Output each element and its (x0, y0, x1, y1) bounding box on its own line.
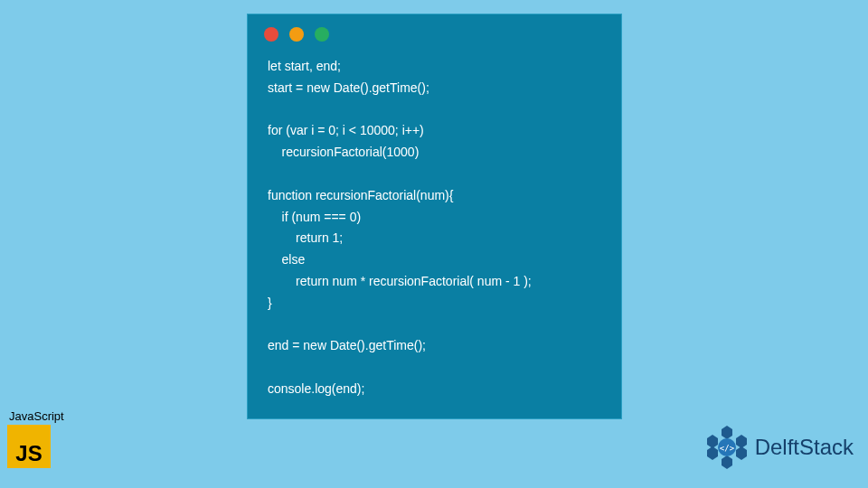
svg-marker-5 (707, 435, 718, 448)
code-window: let start, end; start = new Date().getTi… (247, 14, 622, 419)
traffic-lights (248, 14, 621, 49)
javascript-badge: JavaScript JS (7, 409, 64, 468)
svg-marker-1 (736, 435, 747, 448)
delftstack-icon: </> (704, 425, 750, 470)
close-icon (264, 27, 278, 42)
javascript-label: JavaScript (9, 409, 64, 423)
brand-name: DelftStack (755, 435, 854, 460)
svg-marker-4 (707, 446, 718, 460)
js-logo-icon: JS (7, 425, 51, 468)
code-block: let start, end; start = new Date().getTi… (248, 49, 621, 400)
minimize-icon (289, 27, 304, 42)
maximize-icon (315, 27, 329, 42)
svg-marker-2 (736, 446, 747, 460)
brand-logo: </> DelftStack (704, 425, 854, 470)
svg-marker-0 (722, 426, 732, 439)
svg-marker-3 (722, 455, 732, 469)
svg-text:</>: </> (719, 444, 734, 453)
